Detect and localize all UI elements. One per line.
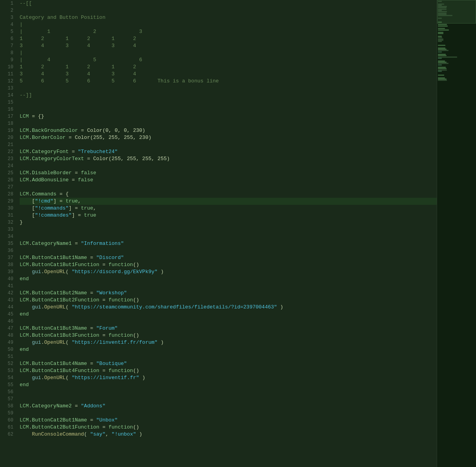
line-number: 34 xyxy=(0,233,13,240)
line-number: 33 xyxy=(0,226,13,233)
code-line: | xyxy=(20,49,437,57)
code-line: ["!commands"] = true, xyxy=(20,205,437,212)
code-line: end xyxy=(20,346,437,353)
line-number: 21 xyxy=(0,141,13,148)
line-number: 17 xyxy=(0,113,13,120)
line-number: 5 xyxy=(0,28,13,35)
code-line: 5 6 5 6 5 6 This is a bonus line xyxy=(20,78,437,85)
code-line: LCM.CategoryName2 = "Addons" xyxy=(20,403,437,410)
code-line xyxy=(20,141,437,148)
code-line: gui.OpenURL( "https://linventif.fr" ) xyxy=(20,374,437,381)
line-number: 46 xyxy=(0,318,13,325)
code-line: LCM.Commands = { xyxy=(20,191,437,198)
code-line: | 1 2 3 xyxy=(20,28,437,35)
code-line: 1 2 1 2 1 2 xyxy=(20,64,437,71)
code-line: RunConsoleCommand( "say", "!unbox" ) xyxy=(20,431,437,438)
line-number: 36 xyxy=(0,247,13,254)
code-line: LCM.CategoryFont = "Trebuchet24" xyxy=(20,148,437,155)
line-number: 56 xyxy=(0,389,13,396)
code-line: LCM.CategoryName1 = "Informations" xyxy=(20,240,437,247)
code-line: LCM = {} xyxy=(20,113,437,120)
code-area: 1234567891011121314151617181920212223242… xyxy=(0,0,437,438)
line-number: 18 xyxy=(0,120,13,127)
code-line: | 4 5 6 xyxy=(20,57,437,64)
line-number: 44 xyxy=(0,304,13,311)
code-line: end xyxy=(20,311,437,318)
line-number: 27 xyxy=(0,184,13,191)
line-number: 51 xyxy=(0,353,13,360)
code-line: LCM.BorderColor = Color(255, 255, 255, 2… xyxy=(20,134,437,141)
minimap-line xyxy=(438,71,442,72)
code-line: LCM.ButtonCat1But3Name = "Forum" xyxy=(20,325,437,332)
code-line: Category and Button Position xyxy=(20,14,437,21)
code-line: } xyxy=(20,219,437,226)
line-number: 30 xyxy=(0,205,13,212)
line-number: 42 xyxy=(0,290,13,297)
code-line xyxy=(20,318,437,325)
code-line xyxy=(20,233,437,240)
line-number: 22 xyxy=(0,148,13,155)
code-line: 3 4 3 4 3 4 xyxy=(20,42,437,49)
code-line: LCM.ButtonCat1But2Name = "Workshop" xyxy=(20,290,437,297)
minimap-line xyxy=(438,29,449,31)
minimap-line xyxy=(438,26,448,27)
minimap-line xyxy=(438,37,442,38)
code-line xyxy=(20,226,437,233)
minimap-line xyxy=(438,50,449,51)
code-line xyxy=(20,120,437,127)
line-number: 43 xyxy=(0,297,13,304)
code-line xyxy=(20,162,437,170)
line-number: 54 xyxy=(0,374,13,381)
line-number: 7 xyxy=(0,42,13,49)
line-number: 28 xyxy=(0,191,13,198)
line-number: 58 xyxy=(0,403,13,410)
code-line: --]] xyxy=(20,92,437,99)
minimap-line xyxy=(438,75,444,76)
code-line: 1 2 1 2 1 2 xyxy=(20,35,437,42)
code-line xyxy=(20,99,437,106)
minimap-line xyxy=(438,63,449,64)
minimap-line xyxy=(438,51,442,53)
line-number: 16 xyxy=(0,106,13,113)
code-line: end xyxy=(20,275,437,283)
line-number: 57 xyxy=(0,396,13,403)
line-number: 2 xyxy=(0,7,13,14)
code-line: ["!commandes"] = true xyxy=(20,212,437,219)
line-number: 25 xyxy=(0,170,13,177)
line-number: 35 xyxy=(0,240,13,247)
code-line: LCM.DisableBorder = false xyxy=(20,170,437,177)
line-number: 38 xyxy=(0,261,13,268)
code-line: LCM.AddBonusLine = false xyxy=(20,177,437,184)
minimap-line xyxy=(438,1,442,2)
code-line xyxy=(20,7,437,14)
line-number: 39 xyxy=(0,268,13,275)
code-line: gui.OpenURL( "https://linventif.fr/forum… xyxy=(20,339,437,346)
line-number: 11 xyxy=(0,71,13,78)
code-line xyxy=(20,106,437,113)
code-line: LCM.ButtonCat1But4Function = function() xyxy=(20,367,437,374)
minimap-line xyxy=(438,18,442,19)
minimap-line xyxy=(438,11,447,12)
line-number: 15 xyxy=(0,99,13,106)
code-line: LCM.ButtonCat2But1Function = function() xyxy=(20,424,437,431)
minimap-line xyxy=(438,22,442,23)
main-editor: 1234567891011121314151617181920212223242… xyxy=(0,0,437,467)
line-number: 10 xyxy=(0,64,13,71)
code-line: ["!cmd"] = true, xyxy=(20,198,437,205)
line-number: 50 xyxy=(0,346,13,353)
line-number: 60 xyxy=(0,417,13,424)
line-number: 29 xyxy=(0,198,13,205)
line-number: 45 xyxy=(0,311,13,318)
line-number: 24 xyxy=(0,162,13,170)
line-number: 59 xyxy=(0,410,13,417)
line-number: 49 xyxy=(0,339,13,346)
code-line xyxy=(20,353,437,360)
code-line: LCM.CategoryColorText = Color(255, 255, … xyxy=(20,155,437,162)
line-number: 1 xyxy=(0,0,13,7)
line-number: 47 xyxy=(0,325,13,332)
line-number: 14 xyxy=(0,92,13,99)
line-number: 48 xyxy=(0,332,13,339)
code-content[interactable]: --[[ Category and Button Position|| 1 2 … xyxy=(16,0,437,438)
line-number: 13 xyxy=(0,85,13,92)
line-numbers: 1234567891011121314151617181920212223242… xyxy=(0,0,16,438)
